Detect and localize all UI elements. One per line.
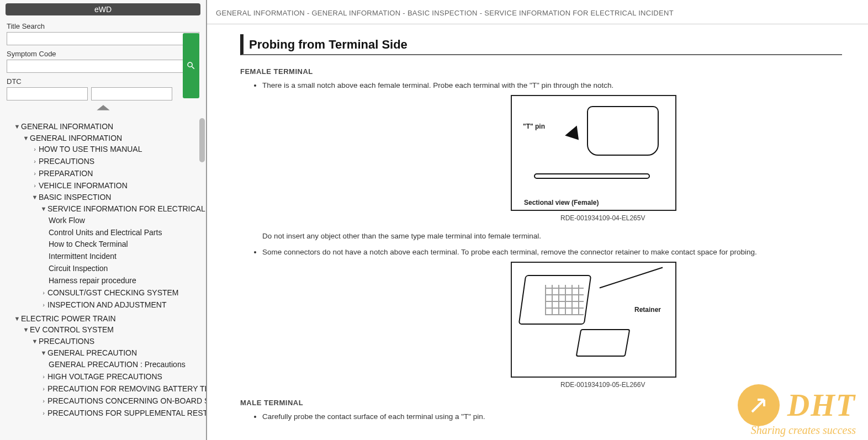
tree-item[interactable]: ›PRECAUTIONS FOR TECHNICIANS USING M	[40, 418, 206, 420]
title-search-label: Title Search	[7, 22, 199, 30]
nav-tree: ▼GENERAL INFORMATION ▼GENERAL INFORMATIO…	[0, 118, 206, 420]
watermark-tagline: Sharing creates success	[738, 424, 856, 437]
male-terminal-heading: MALE TERMINAL	[240, 399, 859, 407]
breadcrumb: GENERAL INFORMATION - GENERAL INFORMATIO…	[207, 0, 868, 22]
figure-female-terminal: "T" pin Sectional view (Female)	[511, 95, 676, 211]
tree-item[interactable]: ›PRECAUTIONS FOR SUPPLEMENTAL RESTRA	[40, 407, 206, 419]
title-search-input[interactable]	[7, 32, 199, 45]
tree-item[interactable]: ›PRECAUTIONS CONCERNING ON-BOARD SE	[40, 395, 206, 407]
chevron-up-icon	[96, 104, 111, 112]
note-text: Do not insert any object other than the …	[262, 232, 859, 240]
tree-item[interactable]: ›PREPARATION	[31, 167, 206, 179]
figure-label-retainer: Retainer	[634, 306, 661, 314]
search-icon	[186, 61, 196, 71]
symptom-code-select[interactable]	[7, 60, 199, 73]
collapse-handle[interactable]	[0, 100, 206, 115]
tree-item[interactable]: ▼EV CONTROL SYSTEM ▼PRECAUTIONS ▼GENERAL…	[22, 324, 206, 420]
tree-leaf[interactable]: Intermittent Incident	[49, 250, 206, 262]
tree-item[interactable]: ▼GENERAL PRECAUTION GENERAL PRECAUTION :…	[40, 347, 206, 370]
tree-leaf[interactable]: Work Flow	[49, 214, 206, 226]
tree-item[interactable]: ›VEHICLE INFORMATION	[31, 179, 206, 192]
tree-item[interactable]: ›INSPECTION AND ADJUSTMENT	[40, 299, 206, 311]
dtc-input-1[interactable]	[7, 87, 88, 100]
search-panel: Title Search Symptom Code DTC	[0, 17, 206, 100]
figure-caption: RDE-001934109-04-EL265V	[560, 214, 859, 222]
tree-leaf[interactable]: Control Units and Electrical Parts	[49, 226, 206, 238]
dtc-input-2[interactable]	[91, 87, 172, 100]
tree-item[interactable]: ›PRECAUTIONS	[31, 155, 206, 167]
tree-item[interactable]: ▼PRECAUTIONS ▼GENERAL PRECAUTION GENERAL…	[31, 335, 206, 420]
bullet-text: There is a small notch above each female…	[262, 81, 859, 89]
sidebar: eWD Title Search Symptom Code DTC	[0, 0, 207, 440]
tree-item[interactable]: ▼BASIC INSPECTION ▼SERVICE INFORMATION F…	[31, 191, 206, 311]
tree-item[interactable]: ›PRECAUTION FOR REMOVING BATTERY TER	[40, 383, 206, 395]
bullet-text: Some connectors do not have a notch abov…	[262, 248, 859, 256]
tree-item[interactable]: ›HOW TO USE THIS MANUAL	[31, 143, 206, 155]
tree-scrollbar[interactable]	[198, 118, 205, 420]
bullet-text: Carefully probe the contact surface of e…	[262, 412, 859, 421]
symptom-code-label: Symptom Code	[7, 50, 199, 58]
tree-leaf[interactable]: Circuit Inspection	[49, 262, 206, 274]
page-title: Probing from Terminal Side	[240, 34, 842, 55]
figure-caption: RDE-001934109-05-EL266V	[560, 381, 859, 389]
tree-leaf[interactable]: GENERAL PRECAUTION : Precautions	[49, 358, 206, 370]
tree-item[interactable]: ▼ELECTRIC POWER TRAIN ▼EV CONTROL SYSTEM…	[13, 312, 206, 420]
scroll-thumb[interactable]	[199, 118, 205, 162]
female-terminal-heading: FEMALE TERMINAL	[240, 67, 859, 76]
tree-item[interactable]: ▼SERVICE INFORMATION FOR ELECTRICAL IN W…	[40, 203, 206, 287]
main-content: GENERAL INFORMATION - GENERAL INFORMATIO…	[207, 0, 868, 440]
tree-item[interactable]: ▼GENERAL INFORMATION ▼GENERAL INFORMATIO…	[13, 120, 206, 312]
search-button[interactable]	[183, 33, 199, 98]
ewd-button[interactable]: eWD	[6, 3, 200, 15]
tree-item[interactable]: ›CONSULT/GST CHECKING SYSTEM	[40, 287, 206, 299]
figure-connector-retainer: Retainer	[511, 262, 676, 378]
dtc-label: DTC	[7, 77, 199, 86]
divider	[207, 24, 868, 24]
tree-leaf[interactable]: How to Check Terminal	[49, 238, 206, 250]
figure-label-sectional: Sectional view (Female)	[524, 199, 599, 206]
tree-item[interactable]: ›HIGH VOLTAGE PRECAUTIONS	[40, 370, 206, 383]
figure-label-tpin: "T" pin	[523, 123, 545, 130]
tree-item[interactable]: ▼GENERAL INFORMATION ›HOW TO USE THIS MA…	[22, 132, 206, 312]
tree-leaf[interactable]: Harness repair procedure	[49, 274, 206, 287]
